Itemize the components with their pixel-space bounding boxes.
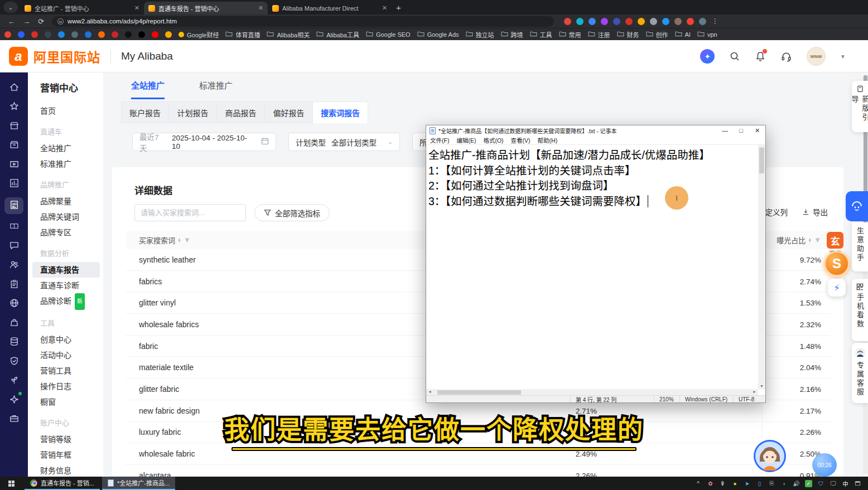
- search-input[interactable]: [141, 208, 239, 217]
- bookmark-favicon-icon[interactable]: [71, 31, 78, 38]
- lightning-share-icon[interactable]: ⚡: [828, 279, 846, 297]
- bookmark-link[interactable]: Google财经: [179, 30, 219, 39]
- extension-icon[interactable]: [625, 18, 633, 25]
- tab-search-button[interactable]: ⌄: [3, 2, 18, 13]
- sidebar-item-操作日志[interactable]: 操作日志: [40, 379, 103, 394]
- tab-close-icon[interactable]: ✕: [258, 4, 263, 12]
- bookmark-folder[interactable]: 常用: [559, 30, 581, 39]
- briefcase-icon[interactable]: [4, 414, 23, 426]
- sparkle-icon[interactable]: [4, 394, 23, 406]
- sprout-icon[interactable]: [4, 375, 23, 387]
- tab-close-icon[interactable]: ✕: [382, 4, 387, 12]
- shop-icon[interactable]: [4, 120, 23, 133]
- taskbar-task[interactable]: 直通车报告 - 营销...: [25, 477, 100, 490]
- bookmark-folder[interactable]: 财务: [617, 30, 639, 39]
- tab-标准推广[interactable]: 标准推广: [199, 79, 233, 99]
- browser-tab[interactable]: 直通车报告 - 营销中心✕: [144, 2, 268, 14]
- sidebar-item-橱窗[interactable]: 橱窗: [40, 394, 103, 410]
- sidebar-item-营销工具[interactable]: 营销工具: [40, 363, 103, 379]
- bookmark-folder[interactable]: 工具: [530, 30, 552, 39]
- extension-icon[interactable]: [674, 18, 682, 25]
- tray-shield-icon[interactable]: 🛡: [817, 480, 824, 487]
- star-icon[interactable]: [4, 101, 23, 114]
- bookmark-folder[interactable]: 体育直播: [225, 30, 260, 39]
- chart-icon[interactable]: [4, 178, 23, 191]
- new-tab-button[interactable]: +: [396, 3, 401, 12]
- bookmark-folder[interactable]: 跨境: [501, 30, 523, 39]
- filter-icon[interactable]: ▼: [184, 236, 191, 244]
- extension-icon[interactable]: [576, 18, 584, 25]
- tab-全站推广[interactable]: 全站推广: [131, 79, 165, 99]
- sidebar-item-财务信息[interactable]: 财务信息: [40, 463, 103, 478]
- tray-chevron-up-icon[interactable]: ^: [695, 480, 702, 487]
- report-tab-搜索词报告[interactable]: 搜索词报告: [313, 101, 368, 123]
- sidebar-item-创意中心[interactable]: 创意中心: [40, 332, 103, 347]
- menu-帮助(H)[interactable]: 帮助(H): [538, 136, 558, 144]
- globe-icon[interactable]: [4, 298, 23, 311]
- report-tab-账户报告[interactable]: 账户报告: [121, 101, 169, 123]
- bookmark-favicon-icon[interactable]: [45, 31, 51, 38]
- tray-notif-icon[interactable]: 🗔: [854, 480, 861, 487]
- extension-icon[interactable]: [638, 18, 645, 25]
- headset-icon[interactable]: [780, 51, 792, 62]
- tray-globe-icon[interactable]: ●: [731, 480, 739, 487]
- customer-service-avatar[interactable]: [754, 440, 786, 472]
- new-version-guide-tab[interactable]: 新版引导: [852, 81, 868, 132]
- bookmark-favicon-icon[interactable]: [152, 31, 158, 38]
- box-icon[interactable]: [4, 140, 23, 152]
- bookmark-folder[interactable]: 独立站: [466, 30, 494, 39]
- bookmark-favicon-icon[interactable]: [31, 31, 38, 38]
- browser-tab[interactable]: Alibaba Manufacturer Direct✕: [268, 2, 392, 14]
- chat-icon[interactable]: [4, 240, 23, 253]
- sidebar-item-标准推广[interactable]: 标准推广: [40, 156, 103, 172]
- filter-icon[interactable]: ▼: [814, 236, 821, 244]
- s-coin-icon[interactable]: S: [824, 251, 850, 276]
- filter-metrics-button[interactable]: 全部筛选指标: [254, 204, 330, 221]
- bookmark-favicon-icon[interactable]: [125, 31, 132, 38]
- menu-文件(F)[interactable]: 文件(F): [430, 136, 449, 144]
- report-tab-商品报告[interactable]: 商品报告: [217, 101, 265, 123]
- menu-编辑(E)[interactable]: 编辑(E): [456, 136, 476, 144]
- brand[interactable]: a 阿里国际站 My Alibaba: [9, 47, 173, 66]
- bookmark-folder[interactable]: Google SEO: [366, 31, 411, 38]
- browser-menu-icon[interactable]: ⋮: [712, 17, 718, 25]
- bookmark-folder[interactable]: 创作: [646, 30, 668, 39]
- notepad-editor[interactable]: 全站推广-推商品计划【新品加速/潜力品成长/优爆品助推】1：【如何计算全站推计划…: [427, 145, 758, 389]
- bookmark-folder[interactable]: vpn: [697, 31, 717, 38]
- clipboard-icon[interactable]: [4, 279, 23, 291]
- tray-mic-icon[interactable]: 🎙: [719, 480, 726, 487]
- back-button[interactable]: ←: [8, 17, 15, 26]
- address-bar[interactable]: www2.alibaba.com/ads/p4p/report.htm: [52, 16, 554, 27]
- extension-icon[interactable]: [699, 18, 706, 25]
- bookmark-favicon-icon[interactable]: [98, 31, 105, 38]
- chevron-down-icon[interactable]: ▼: [840, 54, 846, 60]
- notepad-titlebar[interactable]: *全站推广-推商品【如何通过数据判断哪些关键词需要降权】.txt - 记事本 —…: [426, 125, 765, 135]
- extension-icon[interactable]: [613, 18, 620, 25]
- business-assistant-tab[interactable]: 生意助手: [852, 222, 868, 271]
- minimize-button[interactable]: —: [717, 125, 733, 135]
- menu-格式(O)[interactable]: 格式(O): [483, 136, 503, 144]
- bookmark-favicon-icon[interactable]: [18, 31, 25, 38]
- ad-doc-icon[interactable]: AD: [4, 197, 23, 214]
- sort-icons[interactable]: ▲▼: [808, 238, 812, 242]
- tab-close-icon[interactable]: ✕: [134, 4, 139, 12]
- site-info-icon[interactable]: [57, 18, 64, 25]
- sidebar-item-品牌专区[interactable]: 品牌专区: [40, 225, 103, 240]
- bag-icon[interactable]: [4, 317, 23, 329]
- sidebar-item-营销年框[interactable]: 营销年框: [40, 447, 103, 463]
- extension-icon[interactable]: [601, 18, 608, 25]
- sidebar-item-直通车诊断[interactable]: 直通车诊断: [40, 278, 103, 293]
- extension-icon[interactable]: [564, 18, 571, 25]
- bookmark-favicon-icon[interactable]: [112, 31, 118, 38]
- tray-monitor-icon[interactable]: 🖵: [830, 480, 837, 487]
- sidebar-item-品牌诊断[interactable]: 品牌诊断新: [40, 293, 103, 310]
- tray-speaker-icon[interactable]: 🔊: [793, 480, 800, 487]
- video-icon[interactable]: [4, 159, 23, 171]
- reload-button[interactable]: ⟳: [38, 17, 44, 26]
- assistant-tab[interactable]: [846, 191, 868, 221]
- report-tab-偏好报告[interactable]: 偏好报告: [265, 101, 313, 123]
- extension-icon[interactable]: [589, 18, 596, 25]
- sidebar-item-活动中心[interactable]: 活动中心: [40, 347, 103, 363]
- member-coin-icon[interactable]: ✦: [700, 49, 715, 64]
- bookmark-folder[interactable]: 注册: [588, 30, 610, 39]
